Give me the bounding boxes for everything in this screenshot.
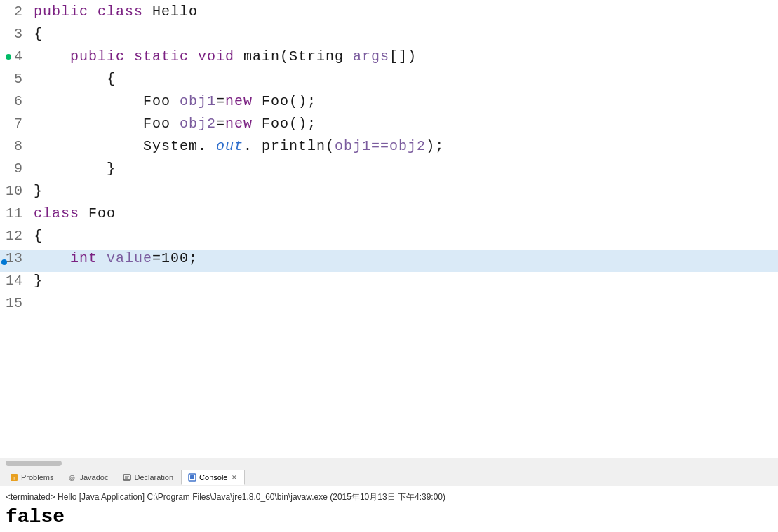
line-number: 13	[4, 250, 31, 266]
token: =	[216, 116, 225, 132]
token: value	[107, 250, 152, 266]
line-content[interactable]: public static void main(String args[])	[31, 48, 778, 64]
token: obj1==obj2	[335, 138, 426, 154]
problems-tab-label: Problems	[21, 473, 53, 482]
line-content[interactable]: {	[31, 71, 778, 87]
token: [])	[389, 48, 417, 64]
line-content[interactable]: }	[31, 273, 778, 289]
token: public	[34, 4, 98, 20]
token: obj1	[180, 93, 216, 109]
line-content[interactable]: System. out. println(obj1==obj2);	[31, 138, 778, 154]
line-content[interactable]: }	[31, 161, 778, 177]
line-number: 3	[4, 26, 31, 42]
token: );	[426, 138, 444, 154]
scrollbar-thumb[interactable]	[6, 461, 62, 466]
code-line: 8 System. out. println(obj1==obj2);	[0, 137, 778, 160]
token: =	[216, 93, 225, 109]
horizontal-scrollbar[interactable]	[0, 458, 778, 468]
declaration-tab-label: Declaration	[134, 473, 173, 482]
line-breakpoint-dot[interactable]	[6, 54, 11, 60]
console-content: <terminated> Hello [Java Application] C:…	[0, 486, 778, 532]
svg-text:!: !	[13, 475, 15, 481]
line-content[interactable]: }	[31, 183, 778, 199]
svg-text:@: @	[69, 475, 75, 482]
token: new	[225, 116, 262, 132]
console-output-text: false	[6, 505, 772, 529]
line-content[interactable]: public class Hello	[31, 4, 778, 20]
token: out	[216, 138, 243, 154]
line-number: 9	[4, 161, 31, 177]
javadoc-tab-icon: @	[67, 472, 77, 482]
token: class	[34, 205, 88, 221]
code-line: 15	[0, 294, 778, 317]
console-terminated-text: <terminated> Hello [Java Application] C:…	[6, 489, 772, 505]
token: main(	[243, 48, 289, 64]
token: Foo();	[262, 116, 316, 132]
line-number: 10	[4, 183, 31, 199]
code-line: 6 Foo obj1=new Foo();	[0, 93, 778, 115]
line-number: 7	[4, 116, 31, 132]
problems-tab-icon: !	[9, 472, 19, 482]
line-number: 15	[4, 295, 31, 311]
line-number: 11	[4, 205, 31, 221]
code-line: 13 int value=100;	[0, 250, 778, 272]
line-number: 4	[4, 48, 31, 64]
token: {	[34, 228, 43, 244]
token	[34, 250, 70, 266]
code-line: 2public class Hello	[0, 3, 778, 25]
line-content[interactable]: Foo obj2=new Foo();	[31, 116, 778, 132]
code-line: 7 Foo obj2=new Foo();	[0, 115, 778, 137]
console-tab-close[interactable]: ✕	[230, 473, 239, 482]
token: {	[34, 26, 43, 42]
token: Foo	[34, 116, 180, 132]
token: static	[134, 48, 198, 64]
line-content[interactable]: {	[31, 26, 778, 42]
line-content[interactable]: {	[31, 228, 778, 244]
declaration-tab-icon	[122, 472, 132, 482]
token: Hello	[152, 4, 198, 20]
line-number: 5	[4, 71, 31, 87]
code-line: 9 }	[0, 160, 778, 182]
code-line: 12{	[0, 227, 778, 250]
tab-problems[interactable]: !Problems	[3, 470, 60, 485]
breakpoint-marker[interactable]	[1, 259, 7, 265]
token	[34, 48, 70, 64]
line-number: 6	[4, 93, 31, 109]
code-line: 14}	[0, 272, 778, 294]
line-number: 14	[4, 273, 31, 289]
tab-javadoc[interactable]: @Javadoc	[61, 470, 114, 485]
token: void	[198, 48, 243, 64]
tabs-bar: !Problems@JavadocDeclarationConsole✕	[0, 468, 778, 486]
token: }	[34, 161, 116, 177]
line-number: 12	[4, 228, 31, 244]
line-content[interactable]: class Foo	[31, 205, 778, 221]
token: obj2	[180, 116, 216, 132]
line-content[interactable]: Foo obj1=new Foo();	[31, 93, 778, 109]
code-line: 5 {	[0, 70, 778, 93]
code-line: 4 public static void main(String args[])	[0, 48, 778, 70]
token: }	[34, 273, 43, 289]
token: System.	[34, 138, 216, 154]
console-tab-label: Console	[199, 473, 227, 482]
token: String	[289, 48, 353, 64]
token: args	[353, 48, 389, 64]
token: }	[34, 183, 43, 199]
svg-rect-7	[190, 475, 194, 479]
code-line: 11class Foo	[0, 205, 778, 227]
tab-console[interactable]: Console✕	[181, 470, 245, 485]
token: =100;	[152, 250, 198, 266]
line-content[interactable]: int value=100;	[31, 250, 778, 266]
token: {	[34, 71, 116, 87]
code-lines: 2public class Hello3{4 public static voi…	[0, 0, 778, 320]
token: class	[98, 4, 152, 20]
token: Foo	[34, 93, 180, 109]
console-tab-icon	[187, 472, 197, 482]
code-editor[interactable]: 2public class Hello3{4 public static voi…	[0, 0, 778, 458]
code-line: 3{	[0, 25, 778, 48]
token: int	[70, 250, 107, 266]
tab-declaration[interactable]: Declaration	[116, 470, 180, 485]
line-number: 8	[4, 138, 31, 154]
javadoc-tab-label: Javadoc	[79, 473, 108, 482]
svg-rect-3	[123, 475, 130, 480]
token: Foo();	[262, 93, 316, 109]
